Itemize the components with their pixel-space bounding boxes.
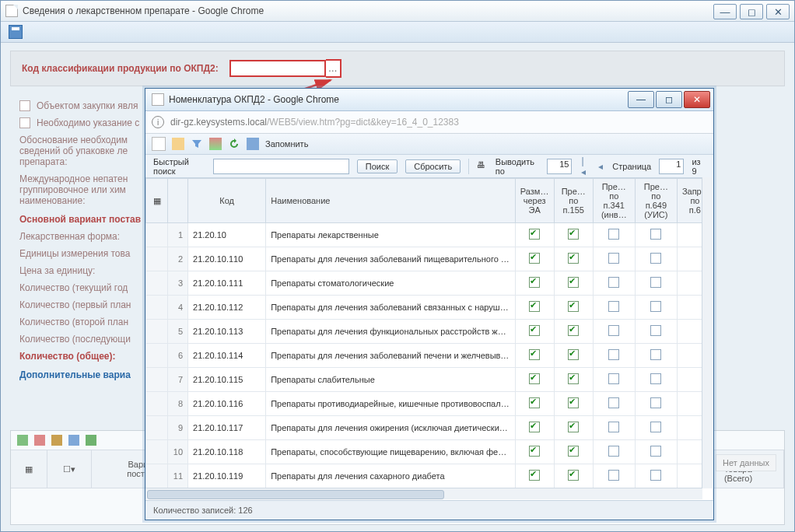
export-icon[interactable] bbox=[86, 435, 96, 446]
cell-checkbox[interactable] bbox=[554, 223, 593, 247]
page-size-input[interactable]: 15 bbox=[547, 159, 572, 174]
checkbox[interactable] bbox=[19, 100, 30, 111]
vertical-scrollbar[interactable] bbox=[702, 177, 713, 488]
filter-icon[interactable] bbox=[191, 138, 203, 150]
save-icon[interactable] bbox=[9, 25, 23, 39]
cell-checkbox[interactable] bbox=[515, 247, 554, 271]
row-selector[interactable] bbox=[146, 440, 168, 464]
cell-checkbox[interactable] bbox=[515, 344, 554, 368]
cell-checkbox[interactable] bbox=[593, 392, 635, 416]
col-p155[interactable]: Пре… по п.155 bbox=[554, 179, 593, 223]
cell-checkbox[interactable] bbox=[635, 416, 677, 440]
print-icon[interactable]: 🖶 bbox=[477, 160, 488, 173]
col-name[interactable]: Наименование bbox=[266, 179, 515, 223]
cell-checkbox[interactable] bbox=[515, 296, 554, 320]
cell-checkbox[interactable] bbox=[593, 368, 635, 392]
minimize-button[interactable]: — bbox=[713, 4, 737, 19]
cell-checkbox[interactable] bbox=[515, 416, 554, 440]
col-ea[interactable]: Разм… через ЭА bbox=[515, 179, 554, 223]
reset-button[interactable]: Сбросить bbox=[405, 159, 461, 173]
cell-checkbox[interactable] bbox=[554, 344, 593, 368]
col-p341[interactable]: Пре… по п.341 (инв… bbox=[593, 179, 635, 223]
cell-checkbox[interactable] bbox=[515, 223, 554, 247]
table-row[interactable]: 1021.20.10.118Препараты, способствующие … bbox=[146, 440, 713, 464]
cell-checkbox[interactable] bbox=[635, 296, 677, 320]
cell-checkbox[interactable] bbox=[593, 271, 635, 296]
cell-checkbox[interactable] bbox=[554, 392, 593, 416]
add-icon[interactable] bbox=[17, 435, 28, 446]
col-p649[interactable]: Пре… по п.649 (УИС) bbox=[635, 179, 677, 223]
cell-checkbox[interactable] bbox=[515, 271, 554, 296]
row-selector[interactable] bbox=[146, 223, 168, 247]
cell-checkbox[interactable] bbox=[515, 320, 554, 344]
okpd2-lookup-button[interactable]: … bbox=[326, 59, 341, 78]
cell-checkbox[interactable] bbox=[593, 344, 635, 368]
cell-checkbox[interactable] bbox=[515, 368, 554, 392]
cell-checkbox[interactable] bbox=[635, 464, 677, 488]
delete-icon[interactable] bbox=[34, 435, 45, 446]
table-row[interactable]: 521.20.10.113Препараты для лечения функц… bbox=[146, 320, 713, 344]
info-icon[interactable]: i bbox=[152, 116, 164, 128]
cell-checkbox[interactable] bbox=[635, 320, 677, 344]
cell-checkbox[interactable] bbox=[515, 392, 554, 416]
cell-checkbox[interactable] bbox=[515, 440, 554, 464]
row-selector[interactable] bbox=[146, 464, 168, 488]
search-button[interactable]: Поиск bbox=[357, 159, 398, 173]
cell-checkbox[interactable] bbox=[554, 247, 593, 271]
table-row[interactable]: 921.20.10.117Препараты для лечения ожире… bbox=[146, 416, 713, 440]
col-code[interactable]: Код bbox=[188, 179, 266, 223]
maximize-button[interactable]: ◻ bbox=[740, 4, 763, 19]
quick-search-input[interactable] bbox=[213, 159, 349, 174]
popup-minimize-button[interactable]: — bbox=[628, 91, 654, 108]
cell-checkbox[interactable] bbox=[635, 271, 677, 296]
table-row[interactable]: 221.20.10.110Препараты для лечения забол… bbox=[146, 247, 713, 271]
close-button[interactable]: ✕ bbox=[766, 4, 790, 19]
cell-checkbox[interactable] bbox=[635, 247, 677, 271]
first-page-button[interactable]: |◂ bbox=[580, 156, 589, 177]
new-icon[interactable] bbox=[152, 137, 166, 151]
cell-checkbox[interactable] bbox=[554, 368, 593, 392]
cell-checkbox[interactable] bbox=[635, 223, 677, 247]
filter-icon[interactable] bbox=[68, 435, 79, 446]
table-row[interactable]: 621.20.10.114Препараты для лечения забол… bbox=[146, 344, 713, 368]
row-selector[interactable] bbox=[146, 320, 168, 344]
remember-button[interactable]: Запомнить bbox=[265, 139, 308, 149]
cell-checkbox[interactable] bbox=[554, 416, 593, 440]
table-row[interactable]: 421.20.10.112Препараты для лечения забол… bbox=[146, 296, 713, 320]
row-selector[interactable] bbox=[146, 368, 168, 392]
cell-checkbox[interactable] bbox=[593, 464, 635, 488]
prev-page-button[interactable]: ◂ bbox=[597, 161, 604, 172]
sort-icon[interactable] bbox=[51, 435, 62, 446]
cell-checkbox[interactable] bbox=[593, 320, 635, 344]
table-row[interactable]: 321.20.10.111Препараты стоматологические bbox=[146, 271, 713, 296]
cell-checkbox[interactable] bbox=[554, 464, 593, 488]
cell-checkbox[interactable] bbox=[635, 344, 677, 368]
checkbox[interactable] bbox=[19, 117, 30, 128]
horizontal-scrollbar[interactable] bbox=[145, 488, 702, 499]
refresh-icon[interactable] bbox=[228, 138, 240, 150]
row-selector[interactable] bbox=[146, 416, 168, 440]
settings-icon[interactable] bbox=[247, 138, 259, 150]
row-selector[interactable] bbox=[146, 344, 168, 368]
row-selector[interactable] bbox=[146, 392, 168, 416]
cell-checkbox[interactable] bbox=[635, 368, 677, 392]
cell-checkbox[interactable] bbox=[593, 223, 635, 247]
cell-checkbox[interactable] bbox=[593, 440, 635, 464]
table-row[interactable]: 121.20.10Препараты лекарственные bbox=[146, 223, 713, 247]
cell-checkbox[interactable] bbox=[593, 247, 635, 271]
popup-close-button[interactable]: ✕ bbox=[684, 91, 710, 108]
row-selector[interactable] bbox=[146, 296, 168, 320]
okpd2-input[interactable] bbox=[229, 60, 326, 77]
cell-checkbox[interactable] bbox=[554, 440, 593, 464]
cell-checkbox[interactable] bbox=[554, 296, 593, 320]
row-selector[interactable] bbox=[146, 271, 168, 296]
cell-checkbox[interactable] bbox=[554, 320, 593, 344]
cell-checkbox[interactable] bbox=[635, 392, 677, 416]
edit-icon[interactable] bbox=[172, 138, 184, 150]
cell-checkbox[interactable] bbox=[593, 296, 635, 320]
sort-icon[interactable] bbox=[209, 138, 222, 150]
col-selector[interactable]: ▦ bbox=[146, 179, 168, 223]
table-row[interactable]: 821.20.10.116Препараты противодиарейные,… bbox=[146, 392, 713, 416]
cell-checkbox[interactable] bbox=[554, 271, 593, 296]
cell-checkbox[interactable] bbox=[635, 440, 677, 464]
